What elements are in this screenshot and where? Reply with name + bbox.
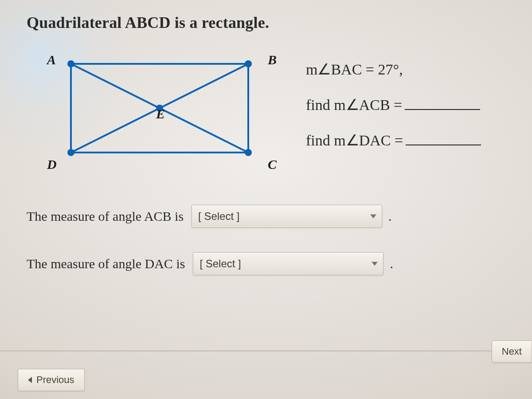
given-line-1: m∠BAC = 27°, [306,57,481,82]
previous-button-label: Previous [36,374,74,386]
question-2-select-text: [ Select ] [200,258,241,270]
caret-left-icon [28,377,32,383]
question-1-prompt: The measure of angle ACB is [27,209,184,224]
rectangle-figure: A B C D E [44,54,275,169]
chevron-down-icon [372,262,378,266]
given-line-3-prefix: find m∠DAC = [306,128,403,153]
vertex-label-a: A [47,52,56,67]
problem-title: Quadrilateral ABCD is a rectangle. [27,13,514,32]
next-button[interactable]: Next [492,340,532,363]
given-line-2-prefix: find m∠ACB = [306,92,402,118]
question-2-line: The measure of angle DAC is [ Select ] . [27,252,514,275]
question-2-select[interactable]: [ Select ] [193,252,383,275]
question-1-line: The measure of angle ACB is [ Select ] . [27,205,514,228]
question-content: Quadrilateral ABCD is a rectangle. A B C… [0,0,532,275]
given-line-2: find m∠ACB = [306,92,481,118]
vertex-label-c: C [268,157,277,172]
question-1-select-text: [ Select ] [198,210,239,223]
vertex-label-b: B [268,52,277,67]
chevron-down-icon [370,215,376,219]
vertex-label-d: D [47,157,57,172]
question-2-prompt: The measure of angle DAC is [27,256,185,271]
blank-acb [405,94,480,110]
navigation-bar: Previous Next [0,350,532,399]
svg-point-3 [67,60,74,67]
previous-button[interactable]: Previous [18,369,85,391]
vertex-label-e: E [156,106,165,121]
svg-point-4 [245,60,252,67]
given-info: m∠BAC = 27°, find m∠ACB = find m∠DAC = [306,54,481,163]
svg-point-6 [67,149,74,156]
question-2-period: . [390,256,393,271]
blank-dac [406,129,481,145]
problem-top-row: A B C D E m∠BAC = 27°, find m∠ACB = find… [27,54,514,169]
question-1-select[interactable]: [ Select ] [192,205,382,228]
next-button-label: Next [502,346,522,357]
svg-point-5 [245,149,252,156]
question-1-period: . [388,209,392,224]
given-line-3: find m∠DAC = [306,128,481,153]
